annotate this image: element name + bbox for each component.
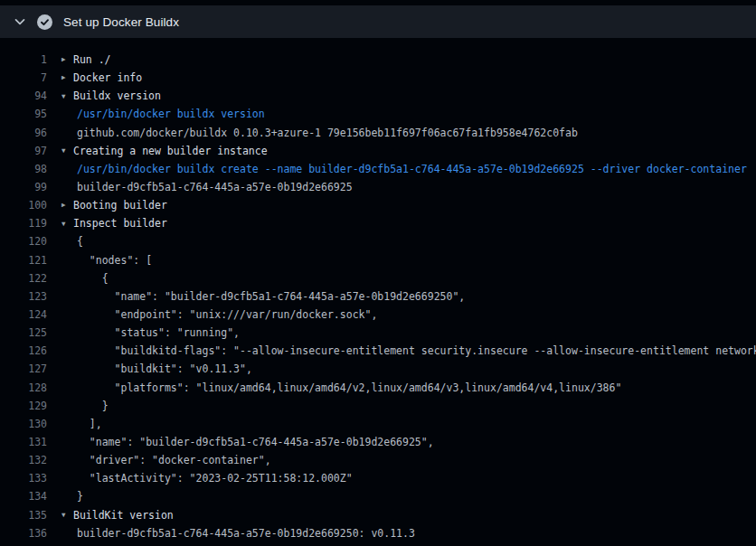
log-line: 128 "platforms": "linux/amd64,linux/amd6… xyxy=(0,379,756,397)
group-label: Run ./ xyxy=(73,53,111,66)
log-line: 136builder-d9cfb5a1-c764-445a-a57e-0b19d… xyxy=(0,524,756,542)
log-output-text: { xyxy=(77,235,83,248)
line-number[interactable]: 121 xyxy=(0,254,47,267)
log-line: 129 } xyxy=(0,397,756,415)
log-line: 131 "name": "builder-d9cfb5a1-c764-445a-… xyxy=(0,433,756,451)
log-group-header[interactable]: ▼BuildKit version xyxy=(47,509,174,522)
log-line: 126 "buildkitd-flags": "--allow-insecure… xyxy=(0,342,756,360)
log-line: 98/usr/bin/docker buildx create --name b… xyxy=(0,160,756,178)
log-line: 133 "lastActivity": "2023-02-25T11:58:12… xyxy=(0,469,756,487)
log-output-text: "lastActivity": "2023-02-25T11:58:12.000… xyxy=(77,472,353,485)
line-number[interactable]: 123 xyxy=(0,290,47,303)
line-number[interactable]: 134 xyxy=(0,490,47,503)
log-output-text: { xyxy=(77,272,109,285)
group-label: Creating a new builder instance xyxy=(73,145,268,157)
group-label: Booting builder xyxy=(73,199,167,212)
log-output-text: } xyxy=(77,490,83,503)
caret-down-icon: ▼ xyxy=(61,93,71,100)
log-output-text: builder-d9cfb5a1-c764-445a-a57e-0b19d2e6… xyxy=(77,181,353,193)
line-number[interactable]: 132 xyxy=(0,454,47,466)
log-output-text: "platforms": "linux/amd64,linux/amd64/v2… xyxy=(77,381,621,394)
log-output-text: "nodes": [ xyxy=(77,254,152,267)
log-lines: 1▶Run ./7▶Docker info94▼Buildx version95… xyxy=(0,38,756,542)
log-output-text: } xyxy=(77,400,109,412)
log-line: 100▶Booting builder xyxy=(0,196,756,214)
line-number[interactable]: 135 xyxy=(0,509,47,522)
log-line: 125 "status": "running", xyxy=(0,324,756,342)
line-number[interactable]: 7 xyxy=(0,71,47,84)
line-number[interactable]: 120 xyxy=(0,235,47,248)
caret-down-icon: ▼ xyxy=(61,147,71,155)
log-line: 122 { xyxy=(0,269,756,287)
log-line: 96github.com/docker/buildx 0.10.3+azure-… xyxy=(0,124,756,142)
chevron-down-icon[interactable] xyxy=(13,14,27,29)
log-group-header[interactable]: ▼Creating a new builder instance xyxy=(47,145,268,157)
line-number[interactable]: 97 xyxy=(0,145,47,157)
line-number[interactable]: 1 xyxy=(0,53,47,66)
group-label: BuildKit version xyxy=(73,509,174,522)
line-number[interactable]: 95 xyxy=(0,108,47,120)
log-group-header[interactable]: ▶Docker info xyxy=(47,71,142,84)
line-number[interactable]: 122 xyxy=(0,272,47,285)
line-number[interactable]: 98 xyxy=(0,163,47,175)
log-group-header[interactable]: ▶Run ./ xyxy=(47,53,111,66)
log-output-text: "name": "builder-d9cfb5a1-c764-445a-a57e… xyxy=(77,290,465,303)
line-number[interactable]: 128 xyxy=(0,381,47,394)
line-number[interactable]: 126 xyxy=(0,344,47,357)
log-line: 134} xyxy=(0,487,756,505)
step-title: Set up Docker Buildx xyxy=(63,15,179,29)
log-group-header[interactable]: ▼Buildx version xyxy=(47,89,161,102)
log-line: 1▶Run ./ xyxy=(0,51,756,69)
log-output-text: "buildkitd-flags": "--allow-insecure-ent… xyxy=(77,344,756,357)
log-output-text: "name": "builder-d9cfb5a1-c764-445a-a57e… xyxy=(77,436,434,448)
group-label: Inspect builder xyxy=(73,217,167,230)
log-output-text: ], xyxy=(77,418,102,430)
line-number[interactable]: 125 xyxy=(0,326,47,339)
line-number[interactable]: 133 xyxy=(0,472,47,485)
line-number[interactable]: 96 xyxy=(0,127,47,139)
log-line: 119▼Inspect builder xyxy=(0,214,756,232)
log-group-header[interactable]: ▼Inspect builder xyxy=(47,217,167,230)
line-number[interactable]: 124 xyxy=(0,308,47,321)
caret-down-icon: ▼ xyxy=(61,221,71,228)
log-line: 99builder-d9cfb5a1-c764-445a-a57e-0b19d2… xyxy=(0,178,756,196)
log-command-text: /usr/bin/docker buildx create --name bui… xyxy=(77,163,747,175)
log-command-text: /usr/bin/docker buildx version xyxy=(77,108,265,120)
caret-right-icon: ▶ xyxy=(61,56,71,63)
check-circle-icon xyxy=(37,14,52,30)
log-output-text: "driver": "docker-container", xyxy=(77,454,271,466)
group-label: Buildx version xyxy=(73,89,161,102)
line-number[interactable]: 129 xyxy=(0,400,47,412)
line-number[interactable]: 136 xyxy=(0,527,47,540)
log-output-text: builder-d9cfb5a1-c764-445a-a57e-0b19d2e6… xyxy=(77,527,415,540)
log-output-text: "buildkit": "v0.11.3", xyxy=(77,362,252,375)
line-number[interactable]: 100 xyxy=(0,199,47,212)
caret-right-icon: ▶ xyxy=(61,74,71,81)
log-output-text: "status": "running", xyxy=(77,326,240,339)
log-line: 132 "driver": "docker-container", xyxy=(0,451,756,469)
log-line: 97▼Creating a new builder instance xyxy=(0,142,756,160)
log-line: 120{ xyxy=(0,232,756,250)
line-number[interactable]: 127 xyxy=(0,362,47,375)
line-number[interactable]: 131 xyxy=(0,436,47,448)
log-line: 130 ], xyxy=(0,415,756,433)
log-line: 123 "name": "builder-d9cfb5a1-c764-445a-… xyxy=(0,287,756,306)
log-line: 127 "buildkit": "v0.11.3", xyxy=(0,360,756,378)
log-line: 7▶Docker info xyxy=(0,69,756,87)
log-line: 121 "nodes": [ xyxy=(0,251,756,269)
log-output-text: github.com/docker/buildx 0.10.3+azure-1 … xyxy=(77,127,578,139)
line-number[interactable]: 99 xyxy=(0,181,47,193)
log-line: 94▼Buildx version xyxy=(0,87,756,105)
log-output-text: "endpoint": "unix:///var/run/docker.sock… xyxy=(77,308,377,321)
caret-right-icon: ▶ xyxy=(61,202,71,209)
log-line: 124 "endpoint": "unix:///var/run/docker.… xyxy=(0,306,756,324)
log-line: 95/usr/bin/docker buildx version xyxy=(0,105,756,123)
caret-down-icon: ▼ xyxy=(61,512,71,519)
log-line: 135▼BuildKit version xyxy=(0,506,756,524)
group-label: Docker info xyxy=(73,71,142,84)
log-group-header[interactable]: ▶Booting builder xyxy=(47,199,167,212)
line-number[interactable]: 119 xyxy=(0,217,47,230)
line-number[interactable]: 94 xyxy=(0,89,47,102)
step-header[interactable]: Set up Docker Buildx xyxy=(0,5,756,38)
line-number[interactable]: 130 xyxy=(0,418,47,430)
